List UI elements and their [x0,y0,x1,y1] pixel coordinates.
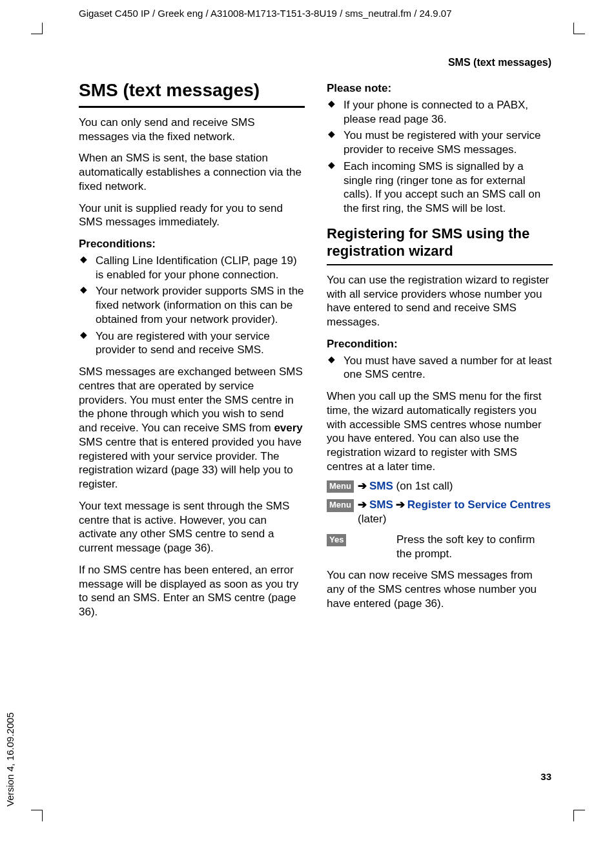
paragraph: SMS messages are exchanged between SMS c… [79,365,305,491]
paragraph: You can only send and receive SMS messag… [79,116,305,144]
preconditions-list: Calling Line Identification (CLIP, page … [79,254,305,357]
menu-link-register: Register to Service Centres [407,499,551,511]
paragraph: You can now receive SMS messages from an… [327,568,553,610]
subsection-title: Registering for SMS using the registrati… [327,225,553,265]
header-meta: Gigaset C450 IP / Greek eng / A31008-M17… [79,8,452,19]
preconditions-heading: Preconditions: [79,237,305,251]
arrow-icon: ➔ [355,480,369,492]
version-side: Version 4, 16.09.2005 [5,712,15,807]
left-column: SMS (text messages) You can only send an… [79,76,305,619]
list-item: Each incoming SMS is signalled by a sing… [327,160,553,216]
list-item: Your network provider supports SMS in th… [79,284,305,326]
menu-path-later: Menu➔SMS➔Register to Service Centres (la… [327,498,553,526]
bold-text: every [274,422,302,434]
page-number: 33 [540,771,551,782]
text-run: SMS centre that is entered provided you … [79,436,302,490]
right-column: Please note: If your phone is connected … [327,76,553,619]
menu-link-sms: SMS [369,499,393,511]
precondition-heading: Precondition: [327,337,553,351]
please-note-list: If your phone is connected to a PABX, pl… [327,98,553,216]
paragraph: Your unit is supplied ready for you to s… [79,201,305,230]
list-item: You must be registered with your service… [327,129,553,157]
paragraph: Your text message is sent through the SM… [79,499,305,555]
list-item: If your phone is connected to a PABX, pl… [327,98,553,127]
paragraph: When an SMS is sent, the base station au… [79,151,305,193]
menu-path-first-call: Menu➔SMS (on 1st call) [327,479,553,493]
paragraph: You can use the registration wizard to r… [327,273,553,329]
menu-softkey: Menu [327,499,354,512]
running-head: SMS (text messages) [448,57,551,68]
crop-mark-bl [31,810,43,821]
text-run: (later) [327,512,553,526]
softkey-row: Yes Press the soft key to confirm the pr… [327,533,553,561]
crop-mark-tr [573,23,585,34]
paragraph: When you call up the SMS menu for the fi… [327,389,553,474]
yes-softkey: Yes [327,534,346,547]
list-item: You must have saved a number for at leas… [327,354,553,382]
please-note-heading: Please note: [327,81,553,96]
precondition-list: You must have saved a number for at leas… [327,354,553,382]
softkey-description: Press the soft key to confirm the prompt… [396,533,553,561]
arrow-icon: ➔ [355,499,369,511]
arrow-icon: ➔ [393,499,407,511]
menu-link-sms: SMS [369,480,393,492]
crop-mark-br [573,810,585,821]
list-item: Calling Line Identification (CLIP, page … [79,254,305,282]
text-run: SMS messages are exchanged between SMS c… [79,365,303,434]
section-title: SMS (text messages) [79,79,305,108]
paragraph: If no SMS centre has been entered, an er… [79,563,305,619]
page-content: SMS (text messages) You can only send an… [79,76,553,619]
text-run: (on 1st call) [393,480,453,492]
menu-softkey: Menu [327,480,354,493]
crop-mark-tl [31,23,43,34]
list-item: You are registered with your service pro… [79,329,305,358]
